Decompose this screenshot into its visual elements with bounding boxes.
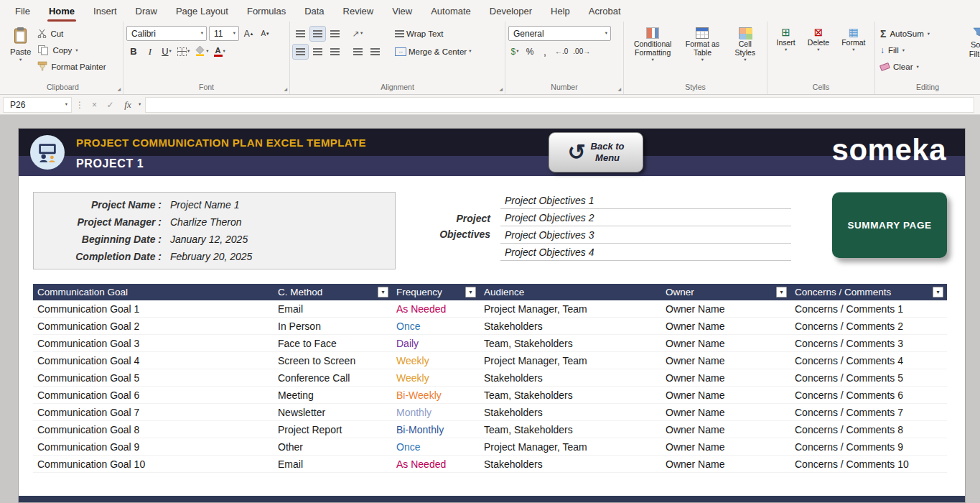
align-center-button[interactable] <box>310 45 325 59</box>
enter-formula-button[interactable]: ✓ <box>103 100 117 110</box>
percent-style-button[interactable]: % <box>523 45 536 59</box>
formula-bar-handle[interactable]: ⋮ <box>74 100 85 110</box>
ribbon-tab-data[interactable]: Data <box>295 1 333 22</box>
decrease-decimal-button[interactable]: .00→ <box>571 45 592 59</box>
info-field-value[interactable]: February 20, 2025 <box>170 251 252 262</box>
ribbon-group-number: General ▾ $ ▾ % , ←.0 .00→ Number ◢ <box>505 22 624 94</box>
format-cells-button[interactable]: ▦ Format ▾ <box>837 24 869 55</box>
decrease-font-button[interactable]: A▾ <box>258 27 272 41</box>
table-row[interactable]: Communication Goal 9OtherOnceProject Man… <box>33 438 947 456</box>
middle-align-button[interactable] <box>310 27 325 41</box>
table-row[interactable]: Communication Goal 3Face to FaceDailyTea… <box>33 335 947 352</box>
alignment-group-label: Alignment <box>293 82 502 94</box>
cell-owner: Owner Name <box>661 303 790 315</box>
caret-icon: ▾ <box>916 65 918 70</box>
underline-button[interactable]: U ▾ <box>159 45 174 59</box>
cell-owner: Owner Name <box>661 338 790 349</box>
cancel-formula-button[interactable]: × <box>88 100 101 110</box>
table-row[interactable]: Communication Goal 8Project ReportBi-Mon… <box>33 421 947 438</box>
table-row[interactable]: Communication Goal 10EmailAs NeededStake… <box>33 456 947 473</box>
borders-button[interactable]: ▾ <box>176 45 191 59</box>
conditional-formatting-button[interactable]: Conditional Formatting ▾ <box>629 24 676 65</box>
comma-style-button[interactable]: , <box>538 45 551 59</box>
back-to-menu-button[interactable]: ↺ Back toMenu <box>549 132 643 172</box>
decrease-indent-button[interactable] <box>350 45 365 59</box>
merge-center-button[interactable]: ↔ Merge & Center ▾ <box>393 42 473 60</box>
bold-button[interactable]: B <box>126 45 141 59</box>
cut-button[interactable]: Cut <box>35 27 108 41</box>
paste-button[interactable]: Paste ▾ <box>6 24 35 65</box>
insert-function-button[interactable]: fx <box>119 99 136 111</box>
increase-decimal-button[interactable]: ←.0 <box>554 45 569 59</box>
ribbon-tab-help[interactable]: Help <box>541 1 579 22</box>
accounting-format-button[interactable]: $ ▾ <box>508 45 521 59</box>
table-row[interactable]: Communication Goal 5Conference CallWeekl… <box>33 369 947 387</box>
clear-button[interactable]: Clear ▾ <box>878 60 953 74</box>
communication-table: Communication GoalC. Method▾Frequency▾Au… <box>33 284 947 473</box>
autosum-button[interactable]: Σ AutoSum ▾ <box>878 27 953 41</box>
filter-button[interactable]: ▾ <box>465 287 476 297</box>
filter-button[interactable]: ▾ <box>776 287 787 297</box>
filter-button[interactable]: ▾ <box>933 287 943 297</box>
cell-goal: Communication Goal 2 <box>33 320 274 332</box>
table-row[interactable]: Communication Goal 7NewsletterMonthlySta… <box>33 404 947 421</box>
objective-line[interactable]: Project Objectives 3 <box>500 226 791 244</box>
cell-styles-button[interactable]: Cell Styles ▾ <box>729 24 762 65</box>
formula-input[interactable] <box>145 97 974 113</box>
ribbon-tab-review[interactable]: Review <box>334 1 383 22</box>
objective-line[interactable]: Project Objectives 4 <box>500 244 791 261</box>
align-right-button[interactable] <box>327 45 342 59</box>
dialog-launcher-icon[interactable]: ◢ <box>284 86 287 91</box>
ribbon-tab-file[interactable]: File <box>6 1 39 22</box>
format-painter-button[interactable]: Format Painter <box>35 60 108 74</box>
orientation-button[interactable]: ↗ ▾ <box>350 27 365 41</box>
ribbon-tab-automate[interactable]: Automate <box>421 1 480 22</box>
filter-button[interactable]: ▾ <box>378 287 388 297</box>
increase-indent-button[interactable] <box>368 45 383 59</box>
ribbon-tab-page-layout[interactable]: Page Layout <box>167 1 238 22</box>
cell-comments: Concerns / Comments 3 <box>790 338 947 349</box>
ribbon-tab-home[interactable]: Home <box>39 1 84 22</box>
delete-cells-button[interactable]: ⊠ Delete ▾ <box>803 24 834 55</box>
ribbon-tab-formulas[interactable]: Formulas <box>238 1 295 22</box>
format-as-table-button[interactable]: Format as Table ▾ <box>681 24 724 65</box>
increase-font-button[interactable]: A▴ <box>241 27 256 41</box>
align-left-button[interactable] <box>293 45 308 59</box>
number-format-select[interactable]: General ▾ <box>508 26 611 41</box>
ribbon-tab-draw[interactable]: Draw <box>126 1 167 22</box>
font-color-button[interactable]: A ▾ <box>213 45 227 59</box>
copy-button[interactable]: Copy ▾ <box>35 43 108 57</box>
dialog-launcher-icon[interactable]: ◢ <box>117 86 121 91</box>
sheet-bottom-bar <box>19 496 965 502</box>
wrap-text-button[interactable]: Wrap Text <box>393 24 473 42</box>
info-field-value[interactable]: January 12, 2025 <box>170 234 248 245</box>
fill-color-icon <box>195 45 205 58</box>
objective-line[interactable]: Project Objectives 1 <box>500 192 791 209</box>
insert-cells-button[interactable]: ⊞ Insert ▾ <box>773 24 800 55</box>
font-family-select[interactable]: Calibri ▾ <box>126 26 207 41</box>
font-size-select[interactable]: 11 ▾ <box>209 26 239 41</box>
name-box[interactable]: P26 ▾ <box>3 97 72 113</box>
fill-button[interactable]: ↓ Fill ▾ <box>878 43 953 57</box>
dialog-launcher-icon[interactable]: ◢ <box>499 86 503 91</box>
ribbon-tab-developer[interactable]: Developer <box>480 1 541 22</box>
table-row[interactable]: Communication Goal 2In PersonOnceStakeho… <box>33 318 947 335</box>
ribbon-tab-view[interactable]: View <box>383 1 421 22</box>
dialog-launcher-icon[interactable]: ◢ <box>617 86 621 91</box>
info-field-value[interactable]: Charlize Theron <box>170 216 242 228</box>
table-row[interactable]: Communication Goal 1EmailAs NeededProjec… <box>33 300 947 318</box>
ribbon-tab-acrobat[interactable]: Acrobat <box>579 1 630 22</box>
table-row[interactable]: Communication Goal 6MeetingBi-WeeklyTeam… <box>33 387 947 404</box>
ribbon-tab-insert[interactable]: Insert <box>84 1 126 22</box>
currency-icon: $ <box>511 47 516 57</box>
bottom-align-button[interactable] <box>327 27 342 41</box>
italic-button[interactable]: I <box>143 45 157 59</box>
info-field-value[interactable]: Project Name 1 <box>170 199 239 211</box>
summary-page-button[interactable]: SUMMARY PAGE <box>832 192 947 258</box>
cell-audience: Project Manager, Team <box>480 441 661 453</box>
sort-filter-button[interactable]: Sort Filter <box>953 24 980 59</box>
top-align-button[interactable] <box>293 27 308 41</box>
table-row[interactable]: Communication Goal 4Screen to ScreenWeek… <box>33 352 947 369</box>
fill-color-button[interactable]: ▾ <box>193 45 210 59</box>
objective-line[interactable]: Project Objectives 2 <box>500 209 791 226</box>
